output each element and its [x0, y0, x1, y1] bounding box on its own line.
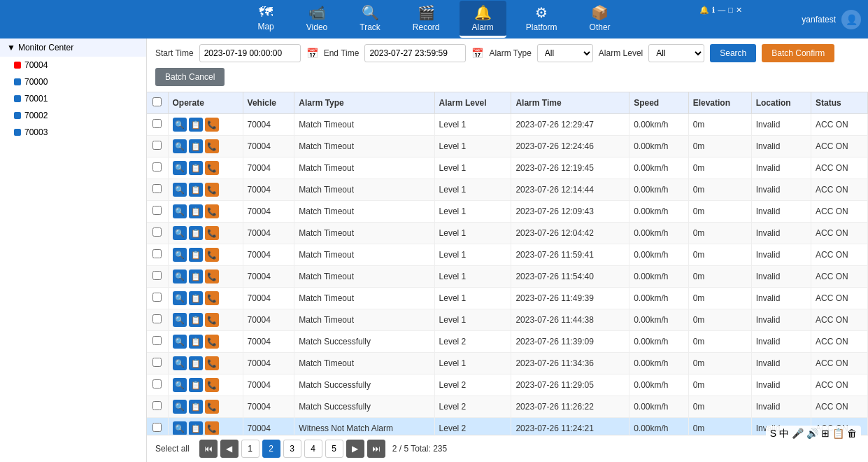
row-checkbox[interactable]: [152, 141, 162, 150]
row-checkbox[interactable]: [152, 271, 162, 280]
user-avatar[interactable]: 👤: [841, 10, 861, 29]
nav-item-map[interactable]: 🗺 Map: [245, 1, 286, 38]
detail-icon[interactable]: 📋: [189, 161, 203, 175]
view-icon[interactable]: 🔍: [173, 421, 187, 435]
nav-item-record[interactable]: 🎬 Record: [400, 1, 453, 38]
detail-icon[interactable]: 📋: [189, 226, 203, 240]
detail-icon[interactable]: 📋: [189, 248, 203, 262]
row-checkbox[interactable]: [152, 293, 162, 302]
row-checkbox[interactable]: [152, 379, 162, 388]
nav-item-platform[interactable]: ⚙ Platform: [513, 1, 570, 38]
call-icon[interactable]: 📞: [205, 161, 219, 175]
view-icon[interactable]: 🔍: [173, 204, 187, 218]
view-icon[interactable]: 🔍: [173, 313, 187, 327]
call-icon[interactable]: 📞: [205, 313, 219, 327]
view-icon[interactable]: 🔍: [173, 270, 187, 284]
nav-item-track[interactable]: 🔍 Track: [347, 1, 393, 38]
call-icon[interactable]: 📞: [205, 204, 219, 218]
row-checkbox[interactable]: [152, 227, 162, 237]
row-checkbox[interactable]: [152, 119, 162, 128]
detail-icon[interactable]: 📋: [189, 183, 203, 197]
row-checkbox[interactable]: [152, 401, 162, 410]
bell-icon[interactable]: 🔔: [699, 6, 709, 15]
call-icon[interactable]: 📞: [205, 139, 219, 153]
detail-icon[interactable]: 📋: [189, 335, 203, 349]
call-icon[interactable]: 📞: [205, 248, 219, 262]
nav-item-other[interactable]: 📦 Other: [577, 1, 623, 38]
page-btn-5[interactable]: 5: [325, 440, 343, 458]
minimize-icon[interactable]: —: [718, 6, 725, 15]
page-btn-3[interactable]: 3: [283, 440, 301, 458]
row-checkbox[interactable]: [152, 162, 162, 172]
sidebar-item-70003[interactable]: 70003: [0, 124, 146, 141]
page-next-btn[interactable]: ▶: [346, 440, 364, 458]
view-icon[interactable]: 🔍: [173, 183, 187, 197]
detail-icon[interactable]: 📋: [189, 270, 203, 284]
start-time-input[interactable]: [199, 44, 301, 62]
close-icon[interactable]: ✕: [736, 6, 742, 15]
device-status-dot-red: [14, 62, 21, 69]
view-icon[interactable]: 🔍: [173, 378, 187, 392]
row-checkbox[interactable]: [152, 249, 162, 258]
detail-icon[interactable]: 📋: [189, 118, 203, 132]
alarm-level-select[interactable]: All: [648, 44, 704, 62]
end-calendar-icon[interactable]: 📅: [471, 48, 483, 59]
call-icon[interactable]: 📞: [205, 270, 219, 284]
page-btn-1[interactable]: 1: [241, 440, 259, 458]
call-icon[interactable]: 📞: [205, 378, 219, 392]
detail-icon[interactable]: 📋: [189, 313, 203, 327]
detail-icon[interactable]: 📋: [189, 356, 203, 370]
start-calendar-icon[interactable]: 📅: [306, 48, 318, 59]
end-time-input[interactable]: [364, 44, 466, 62]
view-icon[interactable]: 🔍: [173, 248, 187, 262]
call-icon[interactable]: 📞: [205, 118, 219, 132]
sidebar-item-70004[interactable]: 70004: [0, 57, 146, 74]
maximize-icon[interactable]: □: [728, 6, 733, 15]
view-icon[interactable]: 🔍: [173, 356, 187, 370]
call-icon[interactable]: 📞: [205, 356, 219, 370]
call-icon[interactable]: 📞: [205, 421, 219, 435]
detail-icon[interactable]: 📋: [189, 378, 203, 392]
view-icon[interactable]: 🔍: [173, 291, 187, 305]
detail-icon[interactable]: 📋: [189, 204, 203, 218]
alarm-type-select[interactable]: All: [537, 44, 593, 62]
page-last-btn[interactable]: ⏭: [367, 440, 385, 458]
sidebar-item-70001[interactable]: 70001: [0, 90, 146, 107]
row-checkbox[interactable]: [152, 358, 162, 367]
nav-item-alarm[interactable]: 🔔 Alarm: [460, 1, 506, 38]
call-icon[interactable]: 📞: [205, 183, 219, 197]
call-icon[interactable]: 📞: [205, 335, 219, 349]
batch-cancel-button[interactable]: Batch Cancel: [155, 68, 225, 86]
detail-icon[interactable]: 📋: [189, 291, 203, 305]
info-icon[interactable]: ℹ: [712, 6, 715, 15]
view-icon[interactable]: 🔍: [173, 226, 187, 240]
row-checkbox[interactable]: [152, 206, 162, 215]
view-icon[interactable]: 🔍: [173, 161, 187, 175]
row-checkbox[interactable]: [152, 314, 162, 323]
call-icon[interactable]: 📞: [205, 226, 219, 240]
view-icon[interactable]: 🔍: [173, 118, 187, 132]
page-btn-2[interactable]: 2: [262, 440, 280, 458]
call-icon[interactable]: 📞: [205, 291, 219, 305]
detail-icon[interactable]: 📋: [189, 139, 203, 153]
view-icon[interactable]: 🔍: [173, 139, 187, 153]
view-icon[interactable]: 🔍: [173, 335, 187, 349]
select-all-checkbox[interactable]: [152, 97, 162, 106]
call-icon[interactable]: 📞: [205, 400, 219, 414]
page-first-btn[interactable]: ⏮: [199, 440, 218, 458]
page-btn-4[interactable]: 4: [304, 440, 322, 458]
detail-icon[interactable]: 📋: [189, 400, 203, 414]
sidebar-header[interactable]: ▼ Monitor Center: [0, 38, 146, 57]
detail-icon[interactable]: 📋: [189, 421, 203, 435]
nav-item-video[interactable]: 📹 Video: [294, 1, 340, 38]
row-checkbox[interactable]: [152, 336, 162, 345]
sidebar-item-70002[interactable]: 70002: [0, 107, 146, 124]
row-elevation: 0m: [688, 136, 751, 158]
page-prev-btn[interactable]: ◀: [220, 440, 239, 458]
search-button[interactable]: Search: [710, 44, 756, 62]
batch-confirm-button[interactable]: Batch Confirm: [762, 44, 834, 62]
row-checkbox[interactable]: [152, 184, 162, 193]
view-icon[interactable]: 🔍: [173, 400, 187, 414]
sidebar-item-70000[interactable]: 70000: [0, 74, 146, 90]
row-checkbox[interactable]: [152, 423, 162, 432]
